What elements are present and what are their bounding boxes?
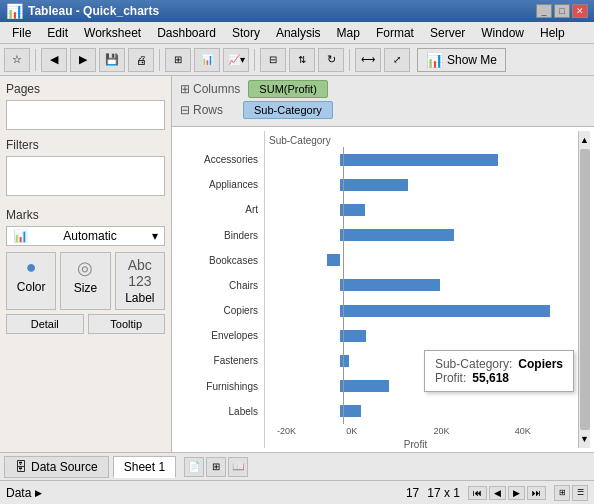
menu-map[interactable]: Map bbox=[329, 24, 368, 42]
forward-button[interactable]: ▶ bbox=[70, 48, 96, 72]
menu-dashboard[interactable]: Dashboard bbox=[149, 24, 224, 42]
bar-row-6 bbox=[265, 304, 566, 318]
y-label-4: Bookcases bbox=[176, 253, 264, 268]
y-label-6: Copiers bbox=[176, 303, 264, 318]
database-icon: 🗄 bbox=[15, 460, 27, 474]
label-button[interactable]: ⟷ bbox=[355, 48, 381, 72]
close-button[interactable]: ✕ bbox=[572, 4, 588, 18]
refresh-button[interactable]: ↻ bbox=[318, 48, 344, 72]
chart-type-button[interactable]: 📊 bbox=[194, 48, 220, 72]
scroll-thumb[interactable] bbox=[580, 149, 590, 430]
tooltip-profit-label: Profit: bbox=[435, 371, 466, 385]
subcategory-header: Sub-Category bbox=[265, 135, 331, 146]
bar-row-4 bbox=[265, 253, 566, 267]
nav-prev-button[interactable]: ◀ bbox=[489, 486, 506, 500]
menu-worksheet[interactable]: Worksheet bbox=[76, 24, 149, 42]
marks-buttons: ● Color ◎ Size Abc123 Label bbox=[6, 252, 165, 310]
minimize-button[interactable]: _ bbox=[536, 4, 552, 18]
bar-row-3 bbox=[265, 228, 566, 242]
scroll-down-arrow[interactable]: ▼ bbox=[578, 432, 591, 446]
marks-type-dropdown[interactable]: 📊 Automatic ▾ bbox=[6, 226, 165, 246]
detail-button[interactable]: Detail bbox=[6, 314, 84, 334]
status-arrow-icon: ▶ bbox=[35, 488, 42, 498]
status-right: 17 17 x 1 ⏮ ◀ ▶ ⏭ ⊞ ☰ bbox=[406, 485, 588, 501]
bar-row-2 bbox=[265, 203, 566, 217]
bar-8[interactable] bbox=[340, 355, 349, 367]
y-label-3: Binders bbox=[176, 228, 264, 243]
chart-inner: Accessories Appliances Art Binders Bookc… bbox=[172, 131, 594, 448]
rows-label: ⊟ Rows bbox=[180, 103, 235, 117]
x-tick-20k: 20K bbox=[434, 426, 450, 436]
bar-3[interactable] bbox=[340, 229, 454, 241]
tooltip-profit-row: Profit: 55,618 bbox=[435, 371, 563, 385]
add-datasource-button[interactable]: ⊞ bbox=[165, 48, 191, 72]
menu-edit[interactable]: Edit bbox=[39, 24, 76, 42]
tooltip-subcategory-row: Sub-Category: Copiers bbox=[435, 357, 563, 371]
scroll-up-arrow[interactable]: ▲ bbox=[578, 133, 591, 147]
chart-area: ⊞ Columns SUM(Profit) ⊟ Rows Sub-Categor… bbox=[172, 76, 594, 452]
rows-pill[interactable]: Sub-Category bbox=[243, 101, 333, 119]
view-list-button[interactable]: ☰ bbox=[572, 485, 588, 501]
save-button[interactable]: 💾 bbox=[99, 48, 125, 72]
y-label-0: Accessories bbox=[176, 152, 264, 167]
sheet1-tab[interactable]: Sheet 1 bbox=[113, 456, 176, 478]
dimensions: 17 x 1 bbox=[427, 486, 460, 500]
data-source-tab[interactable]: 🗄 Data Source bbox=[4, 456, 109, 478]
tooltip-subcategory-label: Sub-Category: bbox=[435, 357, 512, 371]
new-story-button[interactable]: 📖 bbox=[228, 457, 248, 477]
menu-window[interactable]: Window bbox=[473, 24, 532, 42]
print-button[interactable]: 🖨 bbox=[128, 48, 154, 72]
new-worksheet-button[interactable]: 📄 bbox=[184, 457, 204, 477]
menu-format[interactable]: Format bbox=[368, 24, 422, 42]
bar-9[interactable] bbox=[340, 380, 389, 392]
new-button[interactable]: ☆ bbox=[4, 48, 30, 72]
bar-0[interactable] bbox=[340, 154, 498, 166]
maximize-button[interactable]: □ bbox=[554, 4, 570, 18]
menu-server[interactable]: Server bbox=[422, 24, 473, 42]
bars-container: Sub-Category -20K 0K 20K 40K Profit bbox=[264, 131, 578, 448]
menu-story[interactable]: Story bbox=[224, 24, 268, 42]
x-axis-label: Profit bbox=[404, 439, 427, 450]
bar-1[interactable] bbox=[340, 179, 408, 191]
chart-options-button[interactable]: 📈▾ bbox=[223, 48, 249, 72]
tooltip-profit-value: 55,618 bbox=[472, 371, 509, 385]
menu-analysis[interactable]: Analysis bbox=[268, 24, 329, 42]
columns-pill[interactable]: SUM(Profit) bbox=[248, 80, 327, 98]
datasource-label: Data bbox=[6, 486, 31, 500]
fit-button[interactable]: ⤢ bbox=[384, 48, 410, 72]
size-button[interactable]: ◎ Size bbox=[60, 252, 110, 310]
bar-row-10 bbox=[265, 404, 566, 418]
tooltip-button[interactable]: Tooltip bbox=[88, 314, 166, 334]
bar-row-1 bbox=[265, 178, 566, 192]
filters-section: Filters bbox=[6, 138, 165, 196]
view-buttons: ⊞ ☰ bbox=[554, 485, 588, 501]
sort-button[interactable]: ⇅ bbox=[289, 48, 315, 72]
color-button[interactable]: ● Color bbox=[6, 252, 56, 310]
menu-file[interactable]: File bbox=[4, 24, 39, 42]
y-label-2: Art bbox=[176, 202, 264, 217]
bar-4[interactable] bbox=[327, 254, 340, 266]
back-button[interactable]: ◀ bbox=[41, 48, 67, 72]
label-text-label: Label bbox=[125, 291, 154, 305]
nav-last-button[interactable]: ⏭ bbox=[527, 486, 546, 500]
menu-help[interactable]: Help bbox=[532, 24, 573, 42]
columns-grid-icon: ⊞ bbox=[180, 82, 190, 96]
label-button[interactable]: Abc123 Label bbox=[115, 252, 165, 310]
show-me-label: Show Me bbox=[447, 53, 497, 67]
toolbar: ☆ ◀ ▶ 💾 🖨 ⊞ 📊 📈▾ ⊟ ⇅ ↻ ⟷ ⤢ 📊 Show Me bbox=[0, 44, 594, 76]
new-dashboard-button[interactable]: ⊞ bbox=[206, 457, 226, 477]
show-me-button[interactable]: 📊 Show Me bbox=[417, 48, 506, 72]
bar-5[interactable] bbox=[340, 279, 440, 291]
status-bar: Data ▶ 17 17 x 1 ⏮ ◀ ▶ ⏭ ⊞ ☰ bbox=[0, 480, 594, 504]
menu-bar: File Edit Worksheet Dashboard Story Anal… bbox=[0, 22, 594, 44]
filter-button[interactable]: ⊟ bbox=[260, 48, 286, 72]
nav-first-button[interactable]: ⏮ bbox=[468, 486, 487, 500]
nav-next-button[interactable]: ▶ bbox=[508, 486, 525, 500]
bar-row-7 bbox=[265, 329, 566, 343]
row-count: 17 bbox=[406, 486, 419, 500]
columns-label: ⊞ Columns bbox=[180, 82, 240, 96]
bar-6[interactable] bbox=[340, 305, 549, 317]
chart-scrollbar[interactable]: ▲ ▼ bbox=[578, 131, 590, 448]
view-grid-button[interactable]: ⊞ bbox=[554, 485, 570, 501]
bar-row-5 bbox=[265, 278, 566, 292]
